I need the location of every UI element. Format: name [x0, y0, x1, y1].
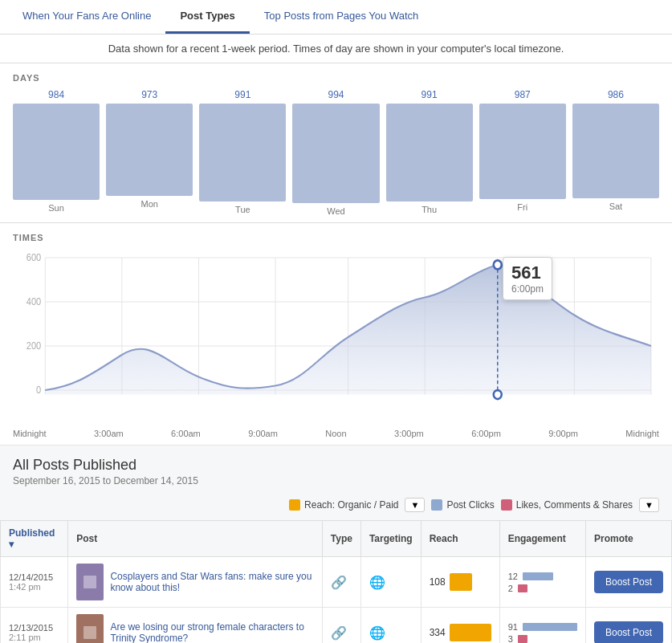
cell-targeting: 🌐 — [360, 557, 421, 608]
clicks-label: Post Clicks — [446, 499, 494, 511]
eng-num2: 3 — [508, 634, 513, 644]
svg-text:600: 600 — [26, 253, 41, 263]
times-label: TIMES — [13, 233, 659, 242]
shares-label: Likes, Comments & Shares — [516, 499, 633, 511]
post-thumb — [76, 564, 104, 600]
svg-text:200: 200 — [26, 341, 41, 352]
post-time: 2:11 pm — [9, 633, 59, 642]
cell-type: 🔗 — [322, 557, 360, 608]
post-link[interactable]: Are we losing our strong female characte… — [110, 621, 313, 643]
eng-row2: 2 — [508, 584, 577, 593]
table-header-row: Published ▾ Post Type Targeting Reach En… — [1, 521, 672, 557]
day-name: Thu — [422, 205, 437, 214]
days-grid: 984 Sun 973 Mon 991 Tue 994 Wed 991 Thu … — [13, 89, 659, 216]
link-type-icon: 🔗 — [331, 576, 347, 589]
reach-value: 108 — [430, 576, 446, 588]
reach-label: Reach: Organic / Paid — [304, 499, 398, 511]
day-value: 991 — [234, 89, 250, 100]
shares-dropdown-button[interactable]: ▼ — [639, 498, 659, 512]
eng-bar-shares — [518, 635, 527, 643]
x-label-3pm: 3:00pm — [394, 429, 424, 438]
th-reach: Reach — [421, 521, 499, 557]
boost-post-button[interactable]: Boost Post — [594, 571, 663, 593]
x-axis-labels: Midnight 3:00am 6:00am 9:00am Noon 3:00p… — [13, 425, 659, 438]
reach-bar-wrap: 108 — [430, 573, 491, 591]
cell-promote: Boost Post — [585, 608, 671, 644]
day-name: Sun — [48, 203, 64, 213]
cell-engagement: 91 3 — [499, 608, 585, 644]
tab-top-posts[interactable]: Top Posts from Pages You Watch — [250, 0, 433, 34]
day-value: 991 — [422, 89, 438, 100]
x-label-9pm: 9:00pm — [548, 429, 578, 438]
day-name: Fri — [517, 202, 527, 212]
posts-title: All Posts Published — [13, 457, 659, 474]
eng-row2: 3 — [508, 634, 577, 644]
post-cell: Are we losing our strong female characte… — [76, 614, 314, 643]
th-engagement: Engagement — [499, 521, 585, 557]
th-published[interactable]: Published ▾ — [1, 521, 68, 557]
day-name: Tue — [235, 205, 250, 214]
day-col-fri: 987 Fri — [479, 89, 566, 216]
x-label-midnight1: Midnight — [13, 429, 47, 438]
legend-clicks: Post Clicks — [431, 499, 494, 511]
reach-swatch — [289, 499, 300, 511]
globe-icon: 🌐 — [369, 626, 385, 640]
all-posts-header: All Posts Published September 16, 2015 t… — [0, 446, 672, 490]
day-name: Mon — [141, 199, 158, 209]
eng-num1: 91 — [508, 622, 518, 632]
times-chart: 600 400 200 0 561 6:00pm — [13, 249, 659, 425]
day-bar — [386, 104, 473, 201]
table-row: 12/14/2015 1:42 pm Cosplayers and Star W… — [1, 557, 672, 608]
eng-row1: 91 — [508, 622, 577, 632]
cell-promote: Boost Post — [585, 557, 671, 608]
svg-point-17 — [494, 260, 502, 269]
cell-post: Cosplayers and Star Wars fans: make sure… — [68, 557, 323, 608]
cell-engagement: 12 2 — [499, 557, 585, 608]
globe-icon: 🌐 — [369, 576, 385, 589]
x-label-6am: 6:00am — [171, 429, 201, 438]
eng-bar-clicks — [523, 572, 553, 580]
post-date: 12/14/2015 — [9, 572, 59, 582]
day-col-mon: 973 Mon — [106, 89, 193, 216]
post-date: 12/13/2015 — [9, 623, 59, 633]
svg-text:400: 400 — [26, 297, 41, 307]
svg-rect-20 — [83, 576, 96, 588]
day-col-wed: 994 Wed — [292, 89, 379, 216]
day-value: 987 — [515, 89, 531, 100]
tab-post-types[interactable]: Post Types — [165, 0, 249, 34]
day-bar — [572, 104, 659, 198]
table-row: 12/13/2015 2:11 pm Are we losing our str… — [1, 608, 672, 644]
x-label-noon: Noon — [325, 429, 346, 438]
tab-when-online[interactable]: When Your Fans Are Online — [8, 0, 165, 34]
post-cell: Cosplayers and Star Wars fans: make sure… — [76, 564, 314, 600]
reach-bar-wrap: 334 — [430, 624, 491, 641]
day-col-tue: 991 Tue — [199, 89, 286, 216]
svg-point-19 — [494, 390, 502, 399]
day-name: Wed — [327, 206, 344, 216]
post-link[interactable]: Cosplayers and Star Wars fans: make sure… — [110, 571, 313, 593]
day-bar — [13, 104, 100, 200]
reach-value: 334 — [430, 627, 446, 638]
day-col-sat: 986 Sat — [572, 89, 659, 216]
svg-text:0: 0 — [36, 385, 41, 396]
day-bar — [199, 104, 286, 201]
boost-post-button[interactable]: Boost Post — [594, 621, 663, 643]
eng-num1: 12 — [508, 572, 518, 581]
posts-date-range: September 16, 2015 to December 14, 2015 — [13, 475, 659, 486]
cell-post: Are we losing our strong female characte… — [68, 608, 323, 644]
day-col-sun: 984 Sun — [13, 89, 100, 216]
reach-dropdown-button[interactable]: ▼ — [405, 498, 425, 512]
post-time: 1:42 pm — [9, 582, 59, 592]
day-value: 973 — [141, 89, 157, 100]
day-name: Sat — [609, 201, 623, 211]
x-label-9am: 9:00am — [248, 429, 278, 438]
days-label: DAYS — [13, 73, 659, 83]
eng-bar-clicks — [523, 623, 577, 631]
legend-reach: Reach: Organic / Paid — [289, 499, 398, 511]
day-value: 986 — [608, 89, 624, 100]
th-promote: Promote — [585, 521, 671, 557]
cell-type: 🔗 — [322, 608, 360, 644]
th-targeting: Targeting — [360, 521, 421, 557]
days-section: DAYS 984 Sun 973 Mon 991 Tue 994 Wed 991… — [0, 63, 672, 223]
legend-shares: Likes, Comments & Shares — [501, 499, 633, 511]
